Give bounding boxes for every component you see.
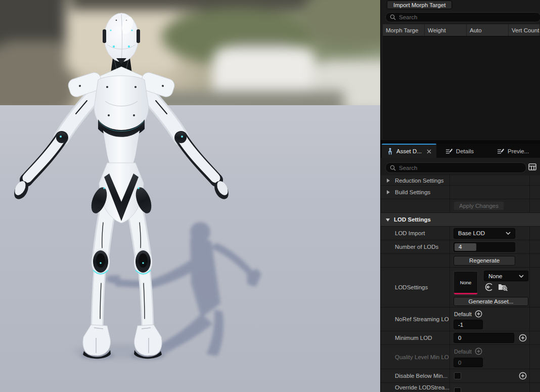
tab-label: Asset D... bbox=[396, 148, 422, 154]
expander-arrow-icon[interactable] bbox=[387, 179, 390, 183]
quality-level-min-lod-label: Quality Level Min LO bbox=[381, 354, 449, 360]
row-quality-level-min-lod: Quality Level Min LO Default 0 bbox=[381, 345, 540, 369]
row-build-settings: Build Settings bbox=[381, 186, 540, 199]
number-of-lods-label: Number of LODs bbox=[381, 244, 449, 250]
morph-table-header: Morph Targe Weight Auto Vert Count bbox=[383, 24, 540, 36]
lod-import-dropdown[interactable]: Base LOD bbox=[454, 228, 515, 239]
details-search-box bbox=[385, 162, 526, 173]
lod-import-label: LOD Import bbox=[381, 230, 449, 236]
edit-pencil-icon bbox=[445, 148, 453, 155]
tab-details[interactable]: Details bbox=[440, 144, 479, 158]
default-label: Default bbox=[454, 311, 472, 317]
lodsettings-asset-thumbnail[interactable]: None bbox=[454, 271, 478, 295]
row-reduction-settings: Reduction Settings bbox=[381, 176, 540, 186]
noref-streaming-lod-bias-label: NoRef Streaming LO bbox=[381, 316, 449, 322]
add-override-icon[interactable] bbox=[475, 310, 482, 318]
morph-table-body-empty[interactable] bbox=[383, 36, 540, 140]
import-morph-target-button[interactable]: Import Morph Target bbox=[387, 1, 452, 9]
row-override-lodstreaming: Override LODStrea... bbox=[381, 383, 540, 392]
row-lod-settings-category[interactable]: LOD Settings bbox=[381, 213, 540, 227]
column-header-auto[interactable]: Auto bbox=[467, 24, 509, 36]
preview-viewport[interactable] bbox=[0, 0, 380, 392]
disable-below-min-checkbox[interactable] bbox=[454, 372, 461, 379]
row-lod-import: LOD Import Base LOD bbox=[381, 227, 540, 240]
row-apply-changes: Apply Changes bbox=[381, 199, 540, 213]
default-label: Default bbox=[454, 349, 472, 355]
lodsettings-asset-dropdown[interactable]: None bbox=[484, 271, 528, 281]
lodsettings-dropdown-value: None bbox=[488, 273, 503, 279]
panel-splitter[interactable] bbox=[381, 140, 540, 144]
generate-asset-button[interactable]: Generate Asset... bbox=[454, 297, 528, 306]
morph-target-panel: Import Morph Target Morph Targe Weight A… bbox=[381, 0, 540, 140]
regenerate-button[interactable]: Regenerate bbox=[454, 256, 515, 266]
add-override-icon[interactable] bbox=[475, 347, 482, 355]
right-dock-panel: Import Morph Target Morph Targe Weight A… bbox=[380, 0, 540, 392]
edit-pencil-icon bbox=[497, 148, 505, 155]
asset-details-panel: Reduction Settings Build Settings Apply … bbox=[381, 158, 540, 392]
number-of-lods-spinbox[interactable]: 4 bbox=[454, 242, 515, 252]
add-override-icon[interactable] bbox=[519, 334, 527, 342]
details-search-input[interactable] bbox=[399, 165, 522, 171]
minimum-lod-input[interactable]: 0 bbox=[454, 333, 514, 343]
tab-bar: Asset D... Details Prev bbox=[381, 144, 540, 158]
cast-shadow bbox=[106, 222, 261, 356]
spinbox-fill bbox=[455, 243, 476, 251]
default-override-line: Default bbox=[454, 347, 482, 355]
apply-changes-button[interactable]: Apply Changes bbox=[454, 201, 504, 210]
override-lodstreaming-label: Override LODStrea... bbox=[381, 384, 449, 390]
column-header-weight[interactable]: Weight bbox=[425, 24, 467, 36]
build-settings-label: Build Settings bbox=[381, 189, 449, 195]
tab-asset-details[interactable]: Asset D... bbox=[382, 144, 436, 158]
tab-preview-scene-settings[interactable]: Previe... bbox=[492, 144, 534, 158]
row-disable-below-min-lod-stripping: Disable Below Min... bbox=[381, 369, 540, 383]
thumbnail-type-color-bar bbox=[454, 293, 477, 294]
row-noref-streaming-lod-bias: NoRef Streaming LO Default -1 bbox=[381, 308, 540, 331]
view-options-grid-icon[interactable] bbox=[528, 163, 536, 170]
minimum-lod-label: Minimum LOD bbox=[381, 335, 449, 341]
reduction-settings-label: Reduction Settings bbox=[381, 178, 449, 184]
morph-search-box bbox=[385, 12, 540, 22]
search-icon bbox=[390, 165, 396, 171]
mannequin-icon bbox=[387, 148, 393, 155]
default-override-line: Default bbox=[454, 310, 482, 318]
row-regenerate: Regenerate bbox=[381, 254, 540, 268]
lod-import-value: Base LOD bbox=[458, 230, 485, 236]
search-icon bbox=[390, 14, 396, 20]
expander-arrow-icon[interactable] bbox=[387, 190, 390, 194]
lodsettings-label: LODSettings bbox=[381, 284, 449, 290]
morph-search-input[interactable] bbox=[399, 14, 536, 20]
chevron-down-icon bbox=[506, 232, 511, 235]
quality-level-min-lod-input[interactable]: 0 bbox=[454, 358, 483, 367]
robot-character-mesh bbox=[0, 0, 380, 392]
row-minimum-lod: Minimum LOD 0 bbox=[381, 331, 540, 345]
disable-below-min-label: Disable Below Min... bbox=[381, 373, 449, 379]
row-number-of-lods: Number of LODs 4 bbox=[381, 240, 540, 254]
column-header-vert-count[interactable]: Vert Count bbox=[509, 24, 540, 36]
use-selected-asset-icon[interactable] bbox=[485, 283, 493, 291]
override-lodstreaming-checkbox[interactable] bbox=[454, 387, 461, 392]
row-lodsettings-asset: LODSettings None None bbox=[381, 268, 540, 308]
property-list: Reduction Settings Build Settings Apply … bbox=[381, 176, 540, 392]
chevron-down-icon bbox=[519, 275, 524, 278]
close-icon[interactable] bbox=[427, 149, 431, 154]
noref-streaming-lod-bias-input[interactable]: -1 bbox=[454, 320, 483, 329]
skeletal-mesh-editor: Import Morph Target Morph Targe Weight A… bbox=[0, 0, 540, 392]
number-of-lods-value: 4 bbox=[459, 244, 462, 250]
add-override-icon[interactable] bbox=[519, 372, 527, 380]
tab-label: Previe... bbox=[508, 148, 529, 154]
collapse-arrow-icon[interactable] bbox=[386, 219, 390, 222]
thumbnail-none-label: None bbox=[454, 280, 477, 285]
column-header-morph-target[interactable]: Morph Targe bbox=[383, 24, 425, 36]
browse-to-asset-icon[interactable] bbox=[498, 283, 508, 291]
tab-label: Details bbox=[456, 148, 474, 154]
